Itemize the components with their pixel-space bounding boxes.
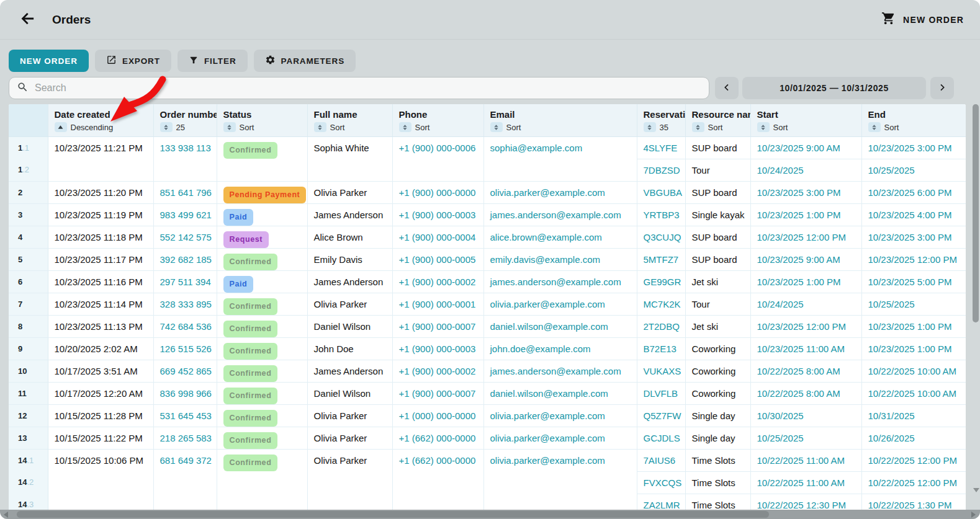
cell-email[interactable]: olivia.parker@example.com	[483, 427, 637, 449]
cell-order-number[interactable]: 851 641 796	[153, 181, 217, 203]
cell-email[interactable]: emily.davis@example.com	[483, 248, 637, 270]
topbar-new-order-button[interactable]: NEW ORDER	[881, 11, 964, 28]
cell-phone[interactable]: +1 (900) 000-0002	[392, 270, 483, 293]
horizontal-scrollbar[interactable]	[0, 510, 980, 519]
scroll-left-arrow-icon[interactable]	[4, 512, 8, 518]
cell-reservation-code[interactable]: VUKAXS	[637, 360, 685, 382]
cell-email[interactable]: olivia.parker@example.com	[483, 404, 637, 427]
cell-order-number[interactable]: 669 452 865	[153, 360, 217, 382]
cell-order-number[interactable]: 328 333 895	[153, 293, 217, 315]
cell-end[interactable]: 10/23/2025 5:00 PM	[861, 270, 966, 293]
cell-email[interactable]: olivia.parker@example.com	[483, 449, 637, 510]
cell-end[interactable]: 10/23/2025 3:00 PM	[861, 226, 966, 248]
cell-end[interactable]: 10/23/2025 1:00 PM	[861, 337, 966, 360]
horizontal-scrollbar-thumb[interactable]	[17, 511, 769, 518]
cell-email[interactable]: daniel.wilson@example.com	[483, 382, 637, 404]
cell-email[interactable]: olivia.parker@example.com	[483, 293, 637, 315]
sort-control-start[interactable]: Sort	[757, 122, 861, 132]
cell-end[interactable]: 10/25/2025	[861, 293, 966, 315]
cell-end[interactable]: 10/31/2025	[861, 404, 966, 427]
cell-start[interactable]: 10/25/2025	[750, 427, 861, 449]
cell-start[interactable]: 10/23/2025 1:00 PM	[750, 270, 861, 293]
cell-phone[interactable]: +1 (662) 000-0000	[392, 449, 483, 510]
cell-order-number[interactable]: 218 265 583	[153, 427, 217, 449]
sort-control-date-created[interactable]: Descending	[55, 122, 153, 132]
cell-start[interactable]: 10/23/2025 9:00 AM	[750, 136, 861, 159]
scroll-down-arrow-icon[interactable]	[973, 488, 979, 492]
cell-reservation-code[interactable]: FVXCQS	[637, 471, 685, 494]
sort-control-status[interactable]: Sort	[223, 122, 307, 132]
back-button[interactable]	[16, 9, 37, 30]
cell-reservation-code[interactable]: GCJDLS	[637, 427, 685, 449]
cell-reservation-code[interactable]: 7DBZSD	[637, 159, 685, 181]
cell-start[interactable]: 10/23/2025 9:00 AM	[750, 248, 861, 270]
cell-end[interactable]: 10/23/2025 4:00 PM	[861, 203, 966, 226]
cell-start[interactable]: 10/22/2025 12:30 PM	[750, 494, 861, 510]
cell-start[interactable]: 10/23/2025 12:00 PM	[750, 315, 861, 337]
cell-order-number[interactable]: 126 515 526	[153, 337, 217, 360]
cell-reservation-code[interactable]: B72E13	[637, 337, 685, 360]
cell-email[interactable]: olivia.parker@example.com	[483, 181, 637, 203]
cell-start[interactable]: 10/23/2025 12:00 PM	[750, 226, 861, 248]
cell-reservation-code[interactable]: GE99GR	[637, 270, 685, 293]
cell-start[interactable]: 10/23/2025 11:00 AM	[750, 337, 861, 360]
cell-order-number[interactable]: 133 938 113	[153, 136, 217, 181]
cell-email[interactable]: sophia@example.com	[483, 136, 637, 181]
cell-start[interactable]: 10/23/2025 3:00 PM	[750, 181, 861, 203]
scroll-right-arrow-icon[interactable]	[971, 512, 976, 518]
cell-email[interactable]: alice.brown@example.com	[483, 226, 637, 248]
cell-reservation-code[interactable]: Q5Z7FW	[637, 404, 685, 427]
cell-start[interactable]: 10/22/2025 8:00 AM	[750, 382, 861, 404]
cell-phone[interactable]: +1 (900) 000-0005	[392, 248, 483, 270]
cell-end[interactable]: 10/22/2025 10:00 AM	[861, 382, 966, 404]
cell-end[interactable]: 10/26/2025	[861, 427, 966, 449]
cell-reservation-code[interactable]: 2T2DBQ	[637, 315, 685, 337]
cell-phone[interactable]: +1 (900) 000-0007	[392, 382, 483, 404]
vertical-scrollbar[interactable]	[971, 103, 979, 506]
search-bar[interactable]	[9, 77, 709, 99]
cell-reservation-code[interactable]: VBGUBA	[637, 181, 685, 203]
cell-reservation-code[interactable]: DLVFLB	[637, 382, 685, 404]
sort-control-order-number[interactable]: 25	[160, 122, 217, 132]
cell-order-number[interactable]: 552 142 575	[153, 226, 217, 248]
cell-end[interactable]: 10/23/2025 6:00 PM	[861, 181, 966, 203]
cell-start[interactable]: 10/24/2025	[750, 293, 861, 315]
cell-start[interactable]: 10/22/2025 11:00 AM	[750, 471, 861, 494]
cell-order-number[interactable]: 297 511 394	[153, 270, 217, 293]
cell-phone[interactable]: +1 (900) 000-0000	[392, 181, 483, 203]
date-range-button[interactable]: 10/01/2025 — 10/31/2025	[742, 77, 926, 99]
cell-end[interactable]: 10/22/2025 12:00 PM	[861, 471, 966, 494]
cell-reservation-code[interactable]: MC7K2K	[637, 293, 685, 315]
sort-control-resource-nam[interactable]: Sort	[692, 122, 750, 132]
cell-phone[interactable]: +1 (900) 000-0001	[392, 293, 483, 315]
vertical-scrollbar-thumb[interactable]	[973, 104, 979, 322]
cell-start[interactable]: 10/23/2025 1:00 PM	[750, 203, 861, 226]
cell-reservation-code[interactable]: 7AIUS6	[637, 449, 685, 471]
cell-end[interactable]: 10/22/2025 12:00 PM	[861, 449, 966, 471]
cell-end[interactable]: 10/22/2025 1:30 PM	[861, 494, 966, 510]
cell-end[interactable]: 10/23/2025 12:00 PM	[861, 248, 966, 270]
cell-phone[interactable]: +1 (900) 000-0002	[392, 360, 483, 382]
cell-phone[interactable]: +1 (900) 000-0006	[392, 136, 483, 181]
prev-period-button[interactable]	[715, 77, 739, 99]
cell-phone[interactable]: +1 (900) 000-0003	[392, 203, 483, 226]
cell-start[interactable]: 10/22/2025 11:00 AM	[750, 449, 861, 471]
cell-end[interactable]: 10/23/2025 1:00 PM	[861, 315, 966, 337]
sort-control-phone[interactable]: Sort	[399, 122, 483, 132]
cell-reservation-code[interactable]: Q3CUJQ	[637, 226, 685, 248]
cell-email[interactable]: james.anderson@example.com	[483, 203, 637, 226]
cell-phone[interactable]: +1 (900) 000-0003	[392, 337, 483, 360]
cell-order-number[interactable]: 681 649 372	[153, 449, 217, 510]
export-button[interactable]: EXPORT	[95, 50, 171, 72]
cell-start[interactable]: 10/30/2025	[750, 404, 861, 427]
parameters-button[interactable]: PARAMETERS	[254, 50, 356, 72]
cell-phone[interactable]: +1 (662) 000-0000	[392, 427, 483, 449]
new-order-button[interactable]: NEW ORDER	[9, 50, 89, 72]
cell-phone[interactable]: +1 (900) 000-0007	[392, 315, 483, 337]
cell-email[interactable]: john.doe@example.com	[483, 337, 637, 360]
cell-email[interactable]: james.anderson@example.com	[483, 270, 637, 293]
cell-email[interactable]: daniel.wilson@example.com	[483, 315, 637, 337]
cell-reservation-code[interactable]: ZA2LMR	[637, 494, 685, 510]
cell-order-number[interactable]: 531 645 453	[153, 404, 217, 427]
cell-reservation-code[interactable]: 5MTFZ7	[637, 248, 685, 270]
